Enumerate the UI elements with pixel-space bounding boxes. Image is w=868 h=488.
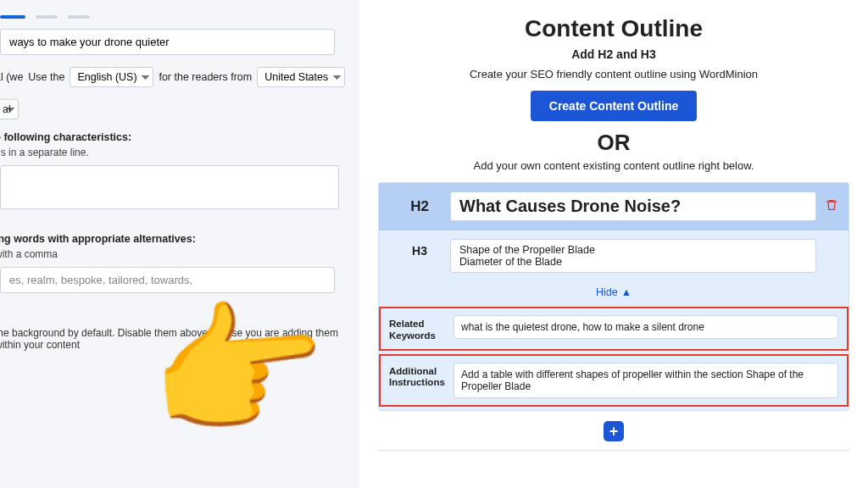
h3-input[interactable]: Shape of the Propeller Blade Diameter of… <box>450 239 816 273</box>
language-select[interactable]: English (US) <box>70 67 153 87</box>
h2-label: H2 <box>389 198 450 215</box>
alternatives-label: ing words with appropriate alternatives: <box>0 233 351 245</box>
readers-from-label: for the readers from <box>159 71 252 83</box>
divider <box>378 450 849 451</box>
tab-2[interactable] <box>36 15 58 19</box>
chevron-up-icon: ▲ <box>621 286 632 298</box>
tag-al[interactable]: al <box>0 99 19 119</box>
additional-instructions-input[interactable]: Add a table with different shapes of pro… <box>453 363 838 398</box>
form-tabs <box>0 15 351 19</box>
page-desc: Create your SEO friendly content outline… <box>378 68 849 80</box>
outline-card: H2 What Causes Drone Noise? H3 Shape of … <box>378 182 849 411</box>
characteristics-label: e following characteristics: <box>0 131 351 143</box>
add-section-button[interactable]: + <box>604 421 624 441</box>
h3-label: H3 <box>389 239 450 258</box>
related-keywords-label: Related Keywords <box>389 315 453 342</box>
additional-instructions-label: Additional Instructions <box>389 363 453 390</box>
characteristics-textarea[interactable] <box>0 165 339 209</box>
tab-1[interactable] <box>0 15 25 19</box>
or-label: OR <box>378 130 849 156</box>
related-keywords-input[interactable]: what is the quietest drone, how to make … <box>453 315 838 339</box>
page-subtitle: Add H2 and H3 <box>378 47 849 61</box>
use-the-label: Use the <box>28 71 64 83</box>
or-desc: Add your own content existing content ou… <box>378 159 849 172</box>
related-keywords-row: Related Keywords what is the quietest dr… <box>379 307 849 351</box>
tab-3[interactable] <box>68 15 90 19</box>
country-select[interactable]: United States <box>257 67 345 87</box>
page-title: Content Outline <box>378 15 849 42</box>
pointing-hand-icon: 👈 <box>147 289 338 448</box>
create-outline-button[interactable]: Create Content Outline <box>531 91 697 121</box>
hide-toggle[interactable]: Hide▲ <box>379 281 849 303</box>
topic-input[interactable] <box>0 29 335 55</box>
characteristics-hint: ns in a separate line. <box>0 147 351 158</box>
h2-input[interactable]: What Causes Drone Noise? <box>450 191 816 221</box>
trash-icon[interactable] <box>825 198 838 215</box>
additional-instructions-row: Additional Instructions Add a table with… <box>379 354 849 407</box>
alternatives-hint: with a comma <box>0 248 351 260</box>
tone-fragment: al (we <box>0 71 23 83</box>
